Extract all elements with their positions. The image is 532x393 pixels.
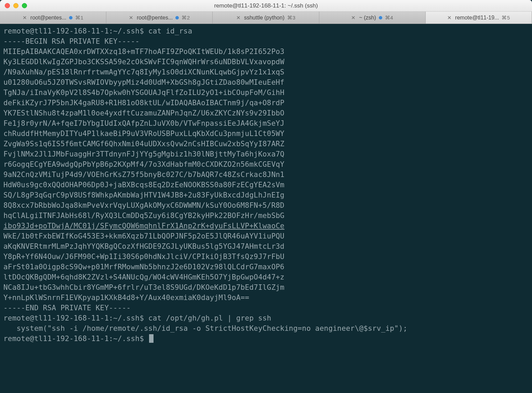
terminal-line: remote@tl11-192-168-11-1:~/.ssh$ cat id_… bbox=[3, 26, 529, 36]
terminal-line: r6GogqECgYEA9wdgQpPbYpB6p2KXpMf4/7o3XdHa… bbox=[3, 159, 529, 170]
terminal-line: MIIEpAIBAAKCAQEA0xrDWTXXzq18+mTF7hoAFI9Z… bbox=[3, 46, 529, 57]
terminal-line: -----END RSA PRIVATE KEY----- bbox=[3, 303, 529, 313]
terminal-line: NCa8IJu+tbG3whhCbir8YGmMP+6frlr/uT3el8S9… bbox=[3, 282, 529, 293]
tab-bar: ✕root@pentes...⌘1✕root@pentes...⌘2✕sshut… bbox=[0, 12, 532, 24]
terminal-line: ltDOcQKBgQDM+6qhd8K2ZVzl+S4ANUcQg/WO4cWV… bbox=[3, 272, 529, 282]
terminal-line: ibo93Jd+poTDwjA/MC01j/SFymcQOW6mqhnlFrX1… bbox=[3, 221, 529, 231]
terminal-line: HdW0us9gc0xQQdOHAP06Dp0J+jaBXBcqs8Eq2DzE… bbox=[3, 180, 529, 190]
terminal-output[interactable]: remote@tl11-192-168-11-1:~/.ssh$ cat id_… bbox=[0, 24, 532, 393]
terminal-line: Y+nnLpKlWSnrnF1EVKpyap1KXkB4d8+Y/Aux40ex… bbox=[3, 293, 529, 303]
tab-shortcut: ⌘4 bbox=[385, 15, 393, 21]
terminal-line: TgNJa/iInaVyK0pV2l8S4b7Opkw0hYSGOUAJqFlf… bbox=[3, 87, 529, 98]
terminal-line: FvjlNMx2Jl1JMbFuaggHr3TTdnynFJjYYg5gMgbi… bbox=[3, 149, 529, 159]
tab-5[interactable]: ✕remote@tl11-19...⌘5 bbox=[426, 12, 532, 24]
titlebar: remote@tl11-192-168-11-1: ~/.ssh (ssh) bbox=[0, 0, 532, 12]
tab-activity-indicator-icon bbox=[69, 16, 72, 19]
tab-1[interactable]: ✕root@pentes...⌘1 bbox=[0, 12, 106, 24]
terminal-line: ZvgWa9Ss1q6IS5f6mtCAMGf6QhxNmi04uUDXxsQv… bbox=[3, 139, 529, 149]
tab-shortcut: ⌘1 bbox=[75, 15, 83, 21]
tab-close-icon[interactable]: ✕ bbox=[236, 15, 241, 21]
terminal-line: deFkiKZyrJ7P5bnJK4gaRU8+R1H81oO8ktUL/wID… bbox=[3, 98, 529, 108]
terminal-line: WkE/1b0tFxbEWIfKoG453E3+kkm6Xqzb71LbQOPJ… bbox=[3, 231, 529, 241]
tab-label: root@pentes... bbox=[137, 15, 173, 21]
tab-label: sshuttle (python) bbox=[244, 15, 284, 21]
close-window-icon[interactable] bbox=[5, 3, 10, 8]
tab-close-icon[interactable]: ✕ bbox=[23, 15, 27, 21]
terminal-window: remote@tl11-192-168-11-1: ~/.ssh (ssh) ✕… bbox=[0, 0, 532, 393]
tab-close-icon[interactable]: ✕ bbox=[129, 15, 133, 21]
tab-label: ~ (zsh) bbox=[359, 15, 376, 21]
terminal-line: aKqKNVERtmrMLmPzJqhYYQKBgQCozXfHGDE9ZGJL… bbox=[3, 241, 529, 252]
terminal-line: 8Q8xcx7bRbbWoJqa8kmPveVxrVqyLUXgAkOMyxC6… bbox=[3, 200, 529, 211]
terminal-cursor bbox=[149, 334, 154, 343]
tab-2[interactable]: ✕root@pentes...⌘2 bbox=[106, 12, 213, 24]
terminal-line: hqClALgiITNFJAbHs68l/RyXQ3LCmDDq5Zuy6i8C… bbox=[3, 211, 529, 221]
terminal-line: /N9aXuhNa/pES18lRnrfrtwmAgYYc7q8IyMy1sO0… bbox=[3, 67, 529, 77]
terminal-line: SQ/L8gP3qGqrC9pV8USf8WhkpAKmbWajHTV1W4JB… bbox=[3, 190, 529, 200]
terminal-line: 9aN2CnQzVMiTujP4d9/VOEhGrKsZ75f5bnyBc027… bbox=[3, 170, 529, 180]
tab-shortcut: ⌘3 bbox=[287, 15, 295, 21]
tab-close-icon[interactable]: ✕ bbox=[447, 15, 452, 21]
tab-activity-indicator-icon bbox=[175, 16, 179, 19]
terminal-line: aFrSt01a0Oigp8cS9Qw+p01MrfRMowmNb5bhnzJ2… bbox=[3, 262, 529, 272]
tab-shortcut: ⌘2 bbox=[182, 15, 190, 21]
terminal-line: Y8pR+Yf6N4Ouw/J6FM90C+Wp1Ii30S6p0hdNxJlc… bbox=[3, 252, 529, 262]
terminal-line: remote@tl11-192-168-11-1:~/.ssh$ bbox=[3, 334, 529, 344]
terminal-line: Ky3LEGDDlKwIgZGPJbo3CKSSA59e2cOkSWvFIC9q… bbox=[3, 57, 529, 67]
terminal-line: u01280uO6u5JZ0TWSvsRWIOVbyypMiz4d0UdM+Xb… bbox=[3, 77, 529, 87]
window-title: remote@tl11-192-168-11-1: ~/.ssh (ssh) bbox=[0, 2, 532, 9]
window-controls bbox=[5, 3, 27, 8]
tab-label: root@pentes... bbox=[30, 15, 66, 21]
tab-4[interactable]: ✕~ (zsh)⌘4 bbox=[319, 12, 426, 24]
terminal-line: chRuddfHtMemyDITYu4P1lkaeBiP9uV3VRoUSBPu… bbox=[3, 128, 529, 139]
zoom-window-icon[interactable] bbox=[22, 3, 27, 8]
tab-3[interactable]: ✕sshuttle (python)⌘3 bbox=[213, 12, 319, 24]
tab-shortcut: ⌘5 bbox=[502, 15, 510, 21]
terminal-line: Fe1j8r0yrN/A+fqeI7bYbgIUdIxQAfpZnLJuVX0b… bbox=[3, 118, 529, 128]
terminal-line: remote@tl11-192-168-11-1:~/.ssh$ cat /op… bbox=[3, 313, 529, 323]
terminal-line: YK7EStlNShu8t4zpaM1l0oe4yxdftCuzamuZANPn… bbox=[3, 108, 529, 118]
terminal-line: -----BEGIN RSA PRIVATE KEY----- bbox=[3, 36, 529, 46]
tab-label: remote@tl11-19... bbox=[455, 15, 499, 21]
tab-activity-indicator-icon bbox=[379, 16, 382, 19]
minimize-window-icon[interactable] bbox=[13, 3, 18, 8]
terminal-line: system("ssh -i /home/remote/.ssh/id_rsa … bbox=[3, 323, 529, 334]
tab-close-icon[interactable]: ✕ bbox=[351, 15, 356, 21]
